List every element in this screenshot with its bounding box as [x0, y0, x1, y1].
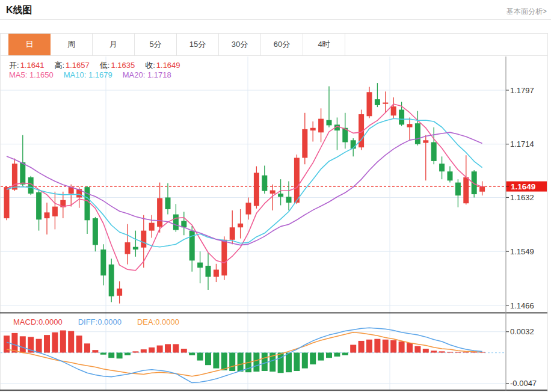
- svg-text:1.1714: 1.1714: [510, 139, 534, 149]
- tab-week[interactable]: 周: [51, 34, 93, 55]
- ma5-readout: MA5: 1.1650: [9, 70, 54, 79]
- ma20-readout: MA20: 1.1718: [123, 70, 171, 79]
- svg-text:-0.0047: -0.0047: [510, 379, 537, 388]
- ma20-line: [7, 132, 482, 245]
- tab-day[interactable]: 日: [8, 34, 51, 55]
- low-readout: 低:1.1635: [100, 60, 135, 71]
- tab-60min[interactable]: 60分: [261, 34, 303, 55]
- tab-15min[interactable]: 15分: [177, 34, 219, 55]
- kline-chart[interactable]: 1.16491.17971.17141.16321.15491.14660.00…: [0, 0, 551, 392]
- last-price-tag: 1.1649: [506, 182, 547, 192]
- close-readout: 收:1.1649: [145, 60, 180, 71]
- svg-text:1.1466: 1.1466: [510, 301, 534, 310]
- high-readout: 高:1.1657: [54, 60, 89, 71]
- dea-readout: DEA:0.0000: [137, 317, 179, 326]
- tab-5min[interactable]: 5分: [135, 34, 177, 55]
- diff-readout: DIFF:0.0000: [78, 317, 122, 326]
- tab-month[interactable]: 月: [93, 34, 135, 55]
- macd-readout: MACD:0.0000: [13, 317, 63, 326]
- macd-legend: MACD:0.0000 DIFF:0.0000 DEA:0.0000: [13, 317, 179, 326]
- interval-tabbar: 日 周 月 5分 15分 30分 60分 4时: [8, 34, 345, 55]
- tab-30min[interactable]: 30分: [219, 34, 261, 55]
- svg-text:0.0032: 0.0032: [510, 327, 534, 336]
- svg-text:1.1632: 1.1632: [510, 193, 534, 202]
- svg-text:1.1549: 1.1549: [510, 247, 534, 256]
- ma10-readout: MA10: 1.1679: [64, 70, 112, 79]
- svg-text:1.1649: 1.1649: [511, 182, 535, 191]
- tabbar-divider: [0, 55, 547, 56]
- ma-legend: MA5: 1.1650 MA10: 1.1679 MA20: 1.1718: [9, 70, 171, 79]
- svg-text:1.1797: 1.1797: [510, 86, 534, 95]
- pane-separator: [0, 313, 547, 314]
- ma10-line: [7, 118, 482, 247]
- macd-histogram: [4, 331, 485, 373]
- bottom-axis-line: [0, 390, 547, 391]
- ma5-line: [7, 104, 482, 271]
- y-axis-labels: 1.17971.17141.16321.15491.14660.0032-0.0…: [506, 86, 537, 388]
- ohlc-readout: 开:1.1641 高:1.1657 低:1.1635 收:1.1649: [9, 60, 180, 71]
- open-readout: 开:1.1641: [9, 60, 44, 71]
- tab-4hour[interactable]: 4时: [303, 34, 345, 55]
